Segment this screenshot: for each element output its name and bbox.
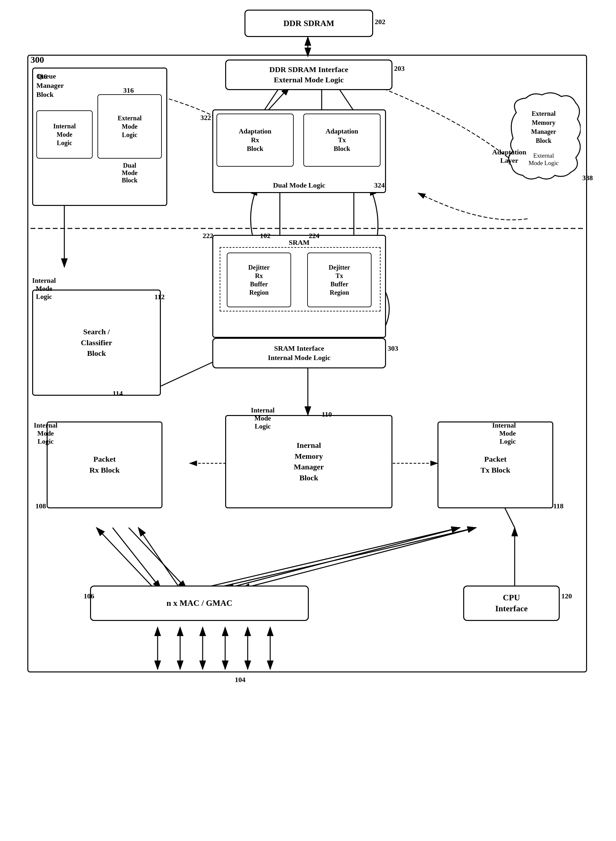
ref-106: 106 bbox=[84, 592, 94, 600]
svg-text:Mode Logic: Mode Logic bbox=[528, 160, 559, 166]
adaptation-rx-block: AdaptationRxBlock bbox=[217, 114, 294, 167]
diagram: 300 DDR SDRAM 202 DDR SDRAM InterfaceExt… bbox=[0, 0, 616, 841]
adaptation-tx-block: AdaptationTxBlock bbox=[303, 114, 381, 167]
sram-inner-dashed: DejitterRxBufferRegion DejitterTxBufferR… bbox=[220, 247, 381, 311]
ddr-interface-block: DDR SDRAM InterfaceExternal Mode Logic bbox=[225, 60, 392, 90]
search-classifier-block: Search /ClassifierBlock bbox=[32, 289, 161, 396]
external-mode-logic-queue: ExternalModeLogic bbox=[97, 94, 162, 159]
dual-mode-logic-label: Dual Mode Logic bbox=[213, 181, 385, 189]
internal-memory-manager-label: InernalMemoryManagerBlock bbox=[294, 440, 324, 483]
sram-interface-block: SRAM InterfaceInternal Mode Logic bbox=[212, 338, 386, 368]
svg-text:Block: Block bbox=[536, 137, 552, 144]
ref-322: 322 bbox=[200, 114, 211, 122]
ddr-sdram-block: DDR SDRAM bbox=[245, 10, 373, 37]
internal-mode-logic-packet-rx-label: InternalModeLogic bbox=[34, 421, 57, 446]
ref-203: 203 bbox=[394, 65, 405, 73]
ref-202: 202 bbox=[375, 18, 385, 26]
ref-114: 114 bbox=[113, 389, 123, 398]
cpu-interface-block: CPUInterface bbox=[463, 586, 560, 621]
dual-mode-label: DualModeBlock bbox=[97, 162, 162, 184]
search-classifier-label: Search /ClassifierBlock bbox=[81, 327, 112, 359]
dejitter-rx-block: DejitterRxBufferRegion bbox=[227, 252, 291, 307]
internal-memory-manager-block: InernalMemoryManagerBlock bbox=[225, 415, 392, 508]
ref-303: 303 bbox=[388, 344, 398, 352]
mac-gmac-block: n x MAC / GMAC bbox=[90, 586, 309, 621]
ref-222: 222 bbox=[202, 232, 213, 240]
sram-label: SRAM bbox=[213, 238, 385, 247]
ref-316: 316 bbox=[123, 86, 134, 95]
ref-110: 110 bbox=[322, 410, 332, 418]
ref-112: 112 bbox=[154, 293, 165, 301]
packet-tx-label: PacketTx Block bbox=[481, 454, 510, 476]
ref-120: 120 bbox=[561, 592, 572, 600]
internal-mode-logic-queue: InternalModeLogic bbox=[36, 110, 92, 159]
sram-outer: SRAM DejitterRxBufferRegion DejitterTxBu… bbox=[212, 235, 386, 338]
svg-text:Manager: Manager bbox=[531, 128, 556, 135]
ref-102: 102 bbox=[260, 232, 270, 240]
packet-rx-block: PacketRx Block bbox=[47, 421, 163, 508]
dejitter-tx-block: DejitterTxBufferRegion bbox=[307, 252, 371, 307]
svg-text:External: External bbox=[532, 110, 556, 117]
ref-118: 118 bbox=[553, 502, 563, 510]
adaptation-outer: 322 AdaptationRxBlock AdaptationTxBlock … bbox=[212, 109, 386, 193]
ref-108: 108 bbox=[35, 502, 46, 510]
ref-338: 338 bbox=[582, 174, 593, 182]
ref-324: 324 bbox=[374, 181, 385, 189]
packet-rx-label: PacketRx Block bbox=[89, 454, 120, 476]
internal-mode-logic-left-label: InternalModeLogic bbox=[32, 277, 56, 301]
svg-text:Memory: Memory bbox=[532, 119, 555, 126]
ref-224: 224 bbox=[309, 232, 320, 240]
svg-text:External: External bbox=[533, 152, 554, 159]
adaptation-layer-label: AdaptationLayer bbox=[492, 148, 526, 165]
ref-104: 104 bbox=[235, 676, 245, 684]
internal-mode-logic-packet-tx-label: InternalModeLogic bbox=[492, 421, 516, 446]
queue-manager-outer: QueueManagerBlock InternalModeLogic Exte… bbox=[32, 68, 167, 206]
ext-memory-manager-block: External Memory Manager Block External M… bbox=[507, 90, 581, 186]
ref-116: 116 bbox=[37, 72, 47, 81]
internal-mode-logic-center-label: InternalModeLogic bbox=[251, 407, 275, 430]
